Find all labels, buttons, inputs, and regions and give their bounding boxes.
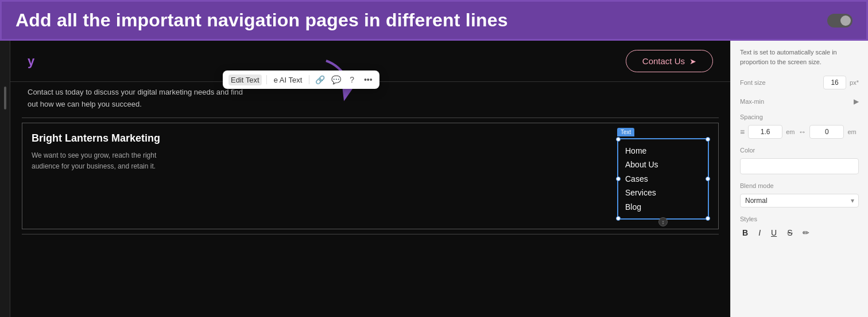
edit-text-button[interactable]: Edit Text	[228, 75, 262, 85]
footer-container: Bright Lanterns Marketing We want to see…	[22, 123, 719, 230]
nav-item-cases: Cases	[625, 172, 701, 186]
blend-mode-select-wrapper: Normal Multiply Screen Overlay	[740, 194, 859, 208]
sidebar-bar	[4, 87, 6, 109]
nav-item-services: Services	[625, 186, 701, 200]
spacing-section: Spacing ≡ em ↔ em	[740, 114, 859, 139]
spacing-inputs: ≡ em ↔ em	[740, 125, 859, 139]
letter-spacing-input[interactable]	[809, 125, 844, 139]
website-brand-partial: y	[28, 54, 34, 69]
canvas-area: y Contact Us ➤ Contact us today to discu…	[10, 41, 730, 317]
footer-desc: We want to see you grow, reach the right…	[32, 150, 606, 172]
contact-us-button[interactable]: Contact Us ➤	[626, 50, 713, 72]
link-icon[interactable]: 🔗	[314, 74, 326, 85]
left-sidebar	[0, 41, 10, 317]
ai-text-button[interactable]: e AI Text	[272, 75, 305, 85]
styles-section: Styles B I U S ✏	[740, 216, 859, 238]
footer-desc-line1: We want to see you grow, reach the right	[32, 150, 606, 161]
handle-mid-right[interactable]	[706, 177, 710, 181]
toggle-switch[interactable]	[827, 14, 852, 28]
help-icon[interactable]: ?	[346, 74, 358, 85]
font-size-input[interactable]	[823, 76, 846, 89]
line-height-input[interactable]	[748, 125, 782, 139]
color-label: Color	[740, 147, 859, 154]
contact-us-label: Contact Us	[642, 56, 685, 66]
footer-brand: Bright Lanterns Marketing	[32, 132, 606, 144]
custom-style-button[interactable]: ✏	[800, 227, 812, 238]
footer-left: Bright Lanterns Marketing We want to see…	[32, 132, 617, 220]
footer-desc-line2: audience for your business, and retain i…	[32, 161, 606, 172]
toolbar-divider-2	[309, 75, 309, 84]
font-size-unit: px*	[850, 79, 859, 86]
bold-button[interactable]: B	[740, 227, 750, 238]
letter-spacing-unit: em	[847, 128, 856, 135]
max-min-row: Max-min ▶	[740, 97, 859, 105]
toolbar-divider	[266, 75, 267, 84]
nav-item-blog: Blog	[625, 200, 701, 214]
handle-top-left[interactable]	[616, 137, 621, 142]
divider-bottom	[22, 234, 719, 234]
blend-mode-label: Blend mode	[740, 182, 859, 189]
nav-text-block[interactable]: Text Home About Us Cases Services Blog ↕	[617, 138, 709, 220]
color-section: Color	[740, 147, 859, 174]
divider-top	[22, 118, 719, 118]
right-sidebar: Text is set to automatically scale in pr…	[730, 41, 868, 317]
floating-toolbar: Edit Text e AI Text 🔗 💬 ? •••	[223, 71, 379, 89]
handle-top-right[interactable]	[706, 137, 710, 142]
styles-row: B I U S ✏	[740, 227, 859, 238]
font-size-row: Font size px*	[740, 76, 859, 89]
strikethrough-button[interactable]: S	[785, 227, 795, 238]
handle-bottom-left[interactable]	[616, 216, 621, 221]
line-height-unit: em	[786, 128, 795, 135]
sidebar-info-text: Text is set to automatically scale in pr…	[740, 48, 859, 66]
more-options-icon[interactable]: •••	[362, 74, 374, 85]
color-swatch[interactable]	[740, 158, 859, 174]
styles-label: Styles	[740, 216, 859, 222]
italic-button[interactable]: I	[756, 227, 763, 238]
text-label-badge: Text	[617, 128, 634, 136]
blend-mode-section: Blend mode Normal Multiply Screen Overla…	[740, 182, 859, 208]
send-icon: ➤	[689, 57, 696, 66]
banner-title: Add all the important navigation pages i…	[16, 10, 508, 31]
main-area: y Contact Us ➤ Contact us today to discu…	[0, 41, 868, 317]
font-size-label: Font size	[740, 79, 820, 86]
nav-item-about: About Us	[625, 158, 701, 172]
max-min-expand[interactable]: ▶	[854, 97, 859, 105]
nav-item-home: Home	[625, 144, 701, 158]
blend-mode-select[interactable]: Normal Multiply Screen Overlay	[740, 194, 859, 208]
desc-line2: out how we can help you succeed.	[28, 99, 713, 111]
line-height-icon: ≡	[740, 127, 745, 136]
resize-handle-bottom[interactable]: ↕	[658, 217, 668, 226]
website-preview: y Contact Us ➤ Contact us today to discu…	[10, 41, 730, 317]
handle-bottom-right[interactable]	[706, 216, 710, 221]
handle-mid-left[interactable]	[616, 177, 621, 181]
spacing-label: Spacing	[740, 114, 859, 120]
tutorial-banner: Add all the important navigation pages i…	[0, 0, 868, 41]
letter-spacing-icon: ↔	[798, 127, 806, 136]
comment-icon[interactable]: 💬	[330, 74, 342, 85]
underline-button[interactable]: U	[769, 227, 779, 238]
max-min-label: Max-min	[740, 98, 764, 105]
